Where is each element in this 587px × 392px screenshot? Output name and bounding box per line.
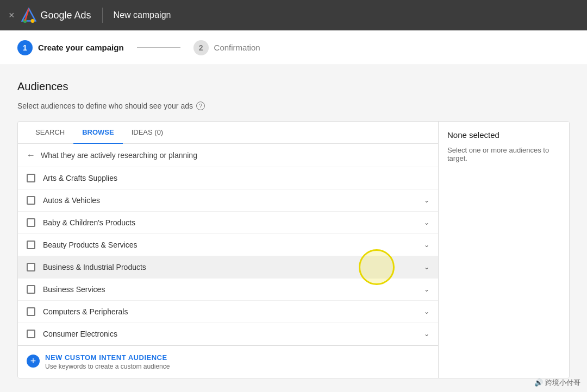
svg-point-1: [30, 19, 34, 23]
tab-search[interactable]: SEARCH: [27, 122, 73, 144]
checkbox-computers[interactable]: [27, 307, 35, 316]
expand-icon-business-industrial[interactable]: ⌄: [424, 263, 429, 271]
step-1-circle: 1: [17, 40, 33, 55]
expand-icon-baby[interactable]: ⌄: [424, 219, 429, 226]
google-ads-logo-icon: [21, 8, 36, 23]
back-row: ← What they are actively researching or …: [18, 144, 438, 167]
step-connector: [137, 47, 180, 48]
section-title: Audiences: [17, 80, 570, 93]
list-item[interactable]: Beauty Products & Services ⌄: [18, 234, 438, 256]
audience-left-panel: SEARCH BROWSE IDEAS (0) ← What they are …: [18, 122, 439, 378]
checkbox-baby[interactable]: [27, 218, 35, 227]
help-icon[interactable]: ?: [196, 102, 205, 110]
none-selected-title: None selected: [447, 130, 560, 140]
step-1: 1 Create your campaign: [17, 40, 124, 55]
expand-icon-business-services[interactable]: ⌄: [424, 286, 429, 293]
step-2-label: Confirmation: [214, 43, 260, 52]
none-selected-desc: Select one or more audiences to target.: [447, 146, 560, 162]
audience-panel: SEARCH BROWSE IDEAS (0) ← What they are …: [17, 121, 570, 378]
header-divider: [102, 8, 103, 23]
tab-ideas[interactable]: IDEAS (0): [123, 122, 172, 144]
audience-tabs: SEARCH BROWSE IDEAS (0): [18, 122, 438, 144]
back-row-label: What they are actively researching or pl…: [41, 151, 197, 160]
item-label-baby: Baby & Children's Products: [43, 218, 424, 227]
list-item[interactable]: Consumer Electronics ⌄: [18, 323, 438, 345]
checkbox-consumer-electronics[interactable]: [27, 330, 35, 338]
list-item[interactable]: Arts & Crafts Supplies: [18, 167, 438, 189]
main-content: Audiences Select audiences to define who…: [0, 65, 587, 392]
watermark: 🔊 跨境小付哥: [534, 378, 580, 388]
list-item[interactable]: Business Services ⌄: [18, 279, 438, 301]
item-label-business-industrial: Business & Industrial Products: [43, 263, 424, 271]
tab-browse[interactable]: BROWSE: [73, 122, 123, 144]
stepper: 1 Create your campaign 2 Confirmation: [0, 30, 587, 65]
campaign-title: New campaign: [114, 10, 171, 20]
expand-icon-consumer-electronics[interactable]: ⌄: [424, 330, 429, 338]
list-item[interactable]: Baby & Children's Products ⌄: [18, 212, 438, 234]
subtitle-text: Select audiences to define who should se…: [17, 102, 193, 110]
logo-area: Google Ads: [21, 8, 91, 23]
checkbox-autos[interactable]: [27, 196, 35, 205]
add-custom-description: Use keywords to create a custom audience: [45, 363, 170, 370]
checkbox-arts[interactable]: [27, 174, 35, 182]
brand-name: Google Ads: [41, 10, 91, 21]
close-icon[interactable]: ×: [9, 10, 15, 21]
audience-list[interactable]: Arts & Crafts Supplies Autos & Vehicles …: [18, 167, 438, 345]
audience-right-panel: None selected Select one or more audienc…: [439, 122, 569, 378]
item-label-autos: Autos & Vehicles: [43, 196, 424, 205]
add-custom-title: NEW CUSTOM INTENT AUDIENCE: [45, 353, 170, 362]
add-custom-text: NEW CUSTOM INTENT AUDIENCE Use keywords …: [45, 353, 170, 370]
list-item[interactable]: Business & Industrial Products ⌄: [18, 256, 438, 279]
item-label-arts: Arts & Crafts Supplies: [43, 174, 429, 182]
expand-icon-autos[interactable]: ⌄: [424, 197, 429, 204]
app-header: × Google Ads New campaign: [0, 0, 587, 30]
expand-icon-beauty[interactable]: ⌄: [424, 241, 429, 249]
checkbox-business-industrial[interactable]: [27, 263, 35, 271]
step-2-circle: 2: [193, 40, 209, 55]
item-label-consumer-electronics: Consumer Electronics: [43, 330, 424, 338]
expand-icon-computers[interactable]: ⌄: [424, 308, 429, 315]
item-label-business-services: Business Services: [43, 285, 424, 294]
section-subtitle: Select audiences to define who should se…: [17, 102, 570, 110]
add-custom-intent-row[interactable]: + NEW CUSTOM INTENT AUDIENCE Use keyword…: [18, 345, 438, 378]
list-item[interactable]: Computers & Peripherals ⌄: [18, 301, 438, 323]
back-arrow-icon[interactable]: ←: [27, 150, 35, 160]
list-item[interactable]: Autos & Vehicles ⌄: [18, 189, 438, 212]
content-area: Audiences Select audiences to define who…: [0, 65, 587, 392]
item-label-computers: Computers & Peripherals: [43, 307, 424, 316]
item-label-beauty: Beauty Products & Services: [43, 241, 424, 249]
step-1-label: Create your campaign: [38, 43, 124, 52]
checkbox-business-services[interactable]: [27, 285, 35, 294]
checkbox-beauty[interactable]: [27, 241, 35, 249]
add-custom-icon[interactable]: +: [27, 355, 40, 368]
step-2: 2 Confirmation: [193, 40, 260, 55]
